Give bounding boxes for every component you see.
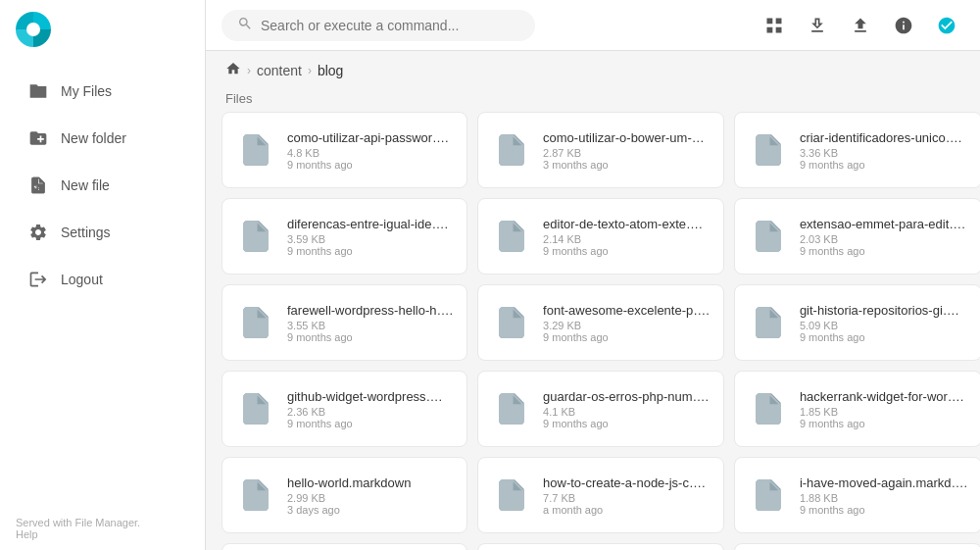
file-info: farewell-wordpress-hello-h…. 3.55 KB9 mo… — [287, 303, 453, 343]
breadcrumb-content[interactable]: content — [257, 63, 302, 78]
folder-icon — [27, 80, 49, 102]
file-icon — [492, 385, 531, 432]
file-name: i-have-moved-again.markd…. — [800, 475, 967, 490]
file-name: extensao-emmet-para-edit…. — [800, 217, 967, 231]
file-icon — [492, 126, 531, 174]
settings-icon — [27, 222, 49, 243]
file-card[interactable]: criar-identificadores-unico…. 3.36 KB9 m… — [734, 112, 980, 188]
info-button[interactable] — [886, 8, 921, 43]
file-icon — [492, 472, 531, 519]
sidebar-item-logout[interactable]: Logout — [8, 257, 197, 302]
file-meta: 4.8 KB9 months ago — [287, 147, 453, 171]
file-card[interactable]: intermittent-threads.mark…. 1.01 KB — [477, 543, 724, 550]
file-card[interactable]: diferencas-entre-igual-ide…. 3.59 KB9 mo… — [221, 198, 467, 275]
file-info: guardar-os-erros-php-num…. 4.1 KB9 month… — [543, 389, 710, 429]
file-card[interactable]: farewell-wordpress-hello-h…. 3.55 KB9 mo… — [221, 284, 467, 361]
breadcrumb-current: blog — [318, 63, 343, 78]
file-meta: 5.09 KB9 months ago — [800, 320, 967, 343]
file-card[interactable]: guardar-os-erros-php-num…. 4.1 KB9 month… — [477, 371, 724, 447]
file-icon — [236, 126, 275, 174]
file-info: como-utilizar-api-passwor…. 4.8 KB9 mont… — [287, 130, 453, 171]
sidebar-item-settings[interactable]: Settings — [8, 210, 197, 255]
new-folder-icon — [27, 127, 49, 149]
content-area: Files como-utilizar-api-passwor…. 4.8 KB… — [206, 83, 980, 550]
app-logo — [0, 0, 205, 59]
file-icon — [236, 299, 275, 346]
file-name: how-to-create-a-node-js-c…. — [543, 475, 710, 490]
breadcrumb-sep-2: › — [308, 64, 312, 77]
file-info: editor-de-texto-atom-exte…. 2.14 KB9 mon… — [543, 217, 710, 257]
file-icon — [749, 213, 788, 260]
sidebar-item-new-folder[interactable]: New folder — [8, 116, 197, 161]
topbar-actions — [757, 8, 964, 43]
file-meta: 2.03 KB9 months ago — [800, 233, 967, 257]
sidebar-footer: Served with File Manager. Help — [0, 507, 205, 550]
file-card[interactable]: extensao-emmet-para-edit…. 2.03 KB9 mont… — [734, 198, 980, 275]
file-card[interactable]: github-widget-wordpress…. 2.36 KB9 month… — [221, 371, 467, 447]
breadcrumb-home[interactable] — [225, 61, 241, 79]
file-name: font-awesome-excelente-p…. — [543, 303, 710, 318]
upload-button[interactable] — [843, 8, 878, 43]
sidebar-item-label: Settings — [61, 225, 111, 240]
search-bar[interactable] — [221, 10, 535, 41]
file-name: como-utilizar-api-passwor…. — [287, 130, 453, 145]
file-name: git-historia-repositorios-gi…. — [800, 303, 967, 318]
files-grid: como-utilizar-api-passwor…. 4.8 KB9 mont… — [221, 112, 964, 550]
file-meta: 1.85 KB9 months ago — [800, 406, 967, 429]
logo-icon — [16, 12, 51, 47]
file-meta: 2.87 KB3 months ago — [543, 147, 710, 171]
file-info: criar-identificadores-unico…. 3.36 KB9 m… — [800, 130, 967, 171]
file-icon — [749, 472, 788, 519]
search-input[interactable] — [261, 18, 519, 33]
file-meta: 2.36 KB9 months ago — [287, 406, 453, 429]
file-meta: 4.1 KB9 months ago — [543, 406, 710, 429]
logout-icon — [27, 269, 49, 290]
file-icon — [749, 126, 788, 174]
sidebar-item-new-file[interactable]: New file — [8, 163, 197, 208]
file-meta: 3.55 KB9 months ago — [287, 320, 453, 343]
file-info: diferencas-entre-igual-ide…. 3.59 KB9 mo… — [287, 217, 453, 257]
file-name: diferencas-entre-igual-ide…. — [287, 217, 453, 231]
file-card[interactable]: editor-de-texto-atom-exte…. 2.14 KB9 mon… — [477, 198, 724, 275]
checkmark-button[interactable] — [929, 8, 964, 43]
file-card[interactable]: i-have-moved-again.markd…. 1.88 KB9 mont… — [734, 457, 980, 533]
file-meta: 3.59 KB9 months ago — [287, 233, 453, 257]
file-card[interactable]: imperfections-make-us-pe…. 1.84 KB — [221, 543, 467, 550]
section-label: Files — [221, 83, 964, 112]
view-grid-button[interactable] — [757, 8, 792, 43]
file-card[interactable]: como-utilizar-o-bower-um-… 2.87 KB3 mont… — [477, 112, 724, 188]
sidebar-item-my-files[interactable]: My Files — [8, 69, 197, 114]
download-button[interactable] — [800, 8, 835, 43]
file-name: hackerrank-widget-for-wor…. — [800, 389, 967, 404]
file-card[interactable]: git-historia-repositorios-gi…. 5.09 KB9 … — [734, 284, 980, 361]
file-info: how-to-create-a-node-js-c…. 7.7 KBa mont… — [543, 475, 710, 516]
file-icon — [236, 472, 275, 519]
file-info: github-widget-wordpress…. 2.36 KB9 month… — [287, 389, 453, 429]
file-card[interactable]: font-awesome-excelente-p…. 3.29 KB9 mont… — [477, 284, 724, 361]
file-info: git-historia-repositorios-gi…. 5.09 KB9 … — [800, 303, 967, 343]
file-card[interactable]: hello-world.markdown 2.99 KB3 days ago — [221, 457, 467, 533]
file-icon — [492, 299, 531, 346]
topbar — [206, 0, 980, 51]
file-icon — [236, 213, 275, 260]
footer-served: Served with File Manager. — [16, 517, 189, 528]
breadcrumb: › content › blog — [206, 51, 980, 83]
file-name: farewell-wordpress-hello-h…. — [287, 303, 453, 318]
file-meta: 2.14 KB9 months ago — [543, 233, 710, 257]
file-card[interactable]: hackerrank-widget-for-wor…. 1.85 KB9 mon… — [734, 371, 980, 447]
new-file-icon — [27, 175, 49, 196]
file-info: hackerrank-widget-for-wor…. 1.85 KB9 mon… — [800, 389, 967, 429]
file-name: criar-identificadores-unico…. — [800, 130, 967, 145]
file-meta: 1.88 KB9 months ago — [800, 492, 967, 516]
footer-help-link[interactable]: Help — [16, 528, 38, 540]
file-info: extensao-emmet-para-edit…. 2.03 KB9 mont… — [800, 217, 967, 257]
sidebar-item-label: My Files — [61, 83, 112, 99]
file-card[interactable]: how-to-create-a-node-js-c…. 7.7 KBa mont… — [477, 457, 724, 533]
sidebar: My Files New folder New file Settings — [0, 0, 206, 550]
file-info: hello-world.markdown 2.99 KB3 days ago — [287, 475, 453, 516]
file-card[interactable]: listagem-web-de-uma-tab…. 10.06 KB — [734, 543, 980, 550]
file-name: guardar-os-erros-php-num…. — [543, 389, 710, 404]
file-card[interactable]: como-utilizar-api-passwor…. 4.8 KB9 mont… — [221, 112, 467, 188]
file-icon — [236, 385, 275, 432]
file-meta: 3.36 KB9 months ago — [800, 147, 967, 171]
